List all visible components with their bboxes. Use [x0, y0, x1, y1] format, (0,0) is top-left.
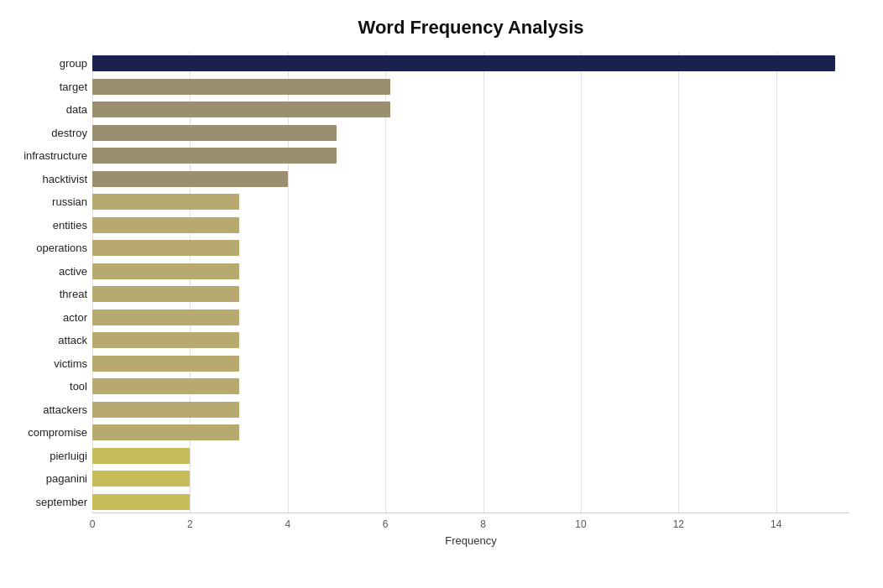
bar-fill	[92, 310, 239, 325]
bar-fill	[92, 448, 190, 464]
bar-label: infrastructure	[3, 149, 87, 162]
bar-track	[92, 263, 849, 279]
bar-label: threat	[3, 288, 87, 300]
bar-row: destroy	[92, 122, 849, 145]
bar-fill	[92, 378, 239, 394]
bar-row: paganini	[92, 467, 849, 491]
bar-row: attackers	[92, 398, 849, 422]
bar-track	[92, 310, 849, 325]
bar-label: russian	[3, 195, 87, 208]
bar-track	[92, 55, 849, 71]
bar-label: operations	[3, 242, 87, 254]
x-tick-label: 0	[90, 518, 96, 530]
bar-fill	[92, 240, 239, 256]
x-tick-label: 14	[771, 518, 781, 530]
bar-fill	[92, 125, 337, 141]
bar-track	[92, 171, 849, 187]
bar-track	[92, 101, 849, 117]
bar-row: actor	[92, 306, 849, 330]
bar-label: compromise	[3, 426, 87, 439]
bar-track	[92, 194, 849, 210]
bar-fill	[92, 356, 239, 372]
bar-fill	[92, 263, 239, 279]
bar-label: hacktivist	[3, 173, 87, 185]
bar-row: tool	[92, 375, 849, 398]
bar-track	[92, 494, 849, 510]
bar-row: infrastructure	[92, 144, 849, 168]
bar-row: compromise	[92, 421, 849, 445]
x-tick-label: 4	[285, 518, 290, 530]
bar-track	[92, 79, 849, 95]
chart-title: Word Frequency Analysis	[92, 17, 849, 39]
bar-row: russian	[92, 190, 849, 214]
bar-label: target	[3, 81, 87, 93]
bar-label: attackers	[3, 403, 87, 416]
x-tick-label: 8	[480, 518, 486, 530]
bar-track	[92, 240, 849, 256]
bar-track	[92, 125, 849, 141]
bar-row: target	[92, 75, 849, 99]
x-ticks: 02468101214Frequency	[92, 513, 849, 547]
bar-row: victims	[92, 352, 849, 376]
bar-fill	[92, 101, 390, 117]
bars-region: grouptargetdatadestroyinfrastructurehack…	[92, 52, 849, 513]
bar-track	[92, 402, 849, 418]
bar-track	[92, 448, 849, 464]
x-tick-label: 12	[673, 518, 684, 530]
bar-fill	[92, 217, 239, 233]
bar-label: attack	[3, 334, 87, 346]
bar-fill	[92, 424, 239, 440]
bar-row: data	[92, 98, 849, 122]
bar-label: september	[3, 496, 87, 508]
bar-track	[92, 424, 849, 440]
bar-fill	[92, 494, 190, 510]
x-tick-label: 2	[187, 518, 193, 530]
bar-label: active	[3, 265, 87, 278]
bar-label: data	[3, 103, 87, 116]
x-tick-label: 6	[383, 518, 389, 530]
bar-fill	[92, 79, 390, 95]
bar-row: group	[92, 52, 849, 75]
bar-fill	[92, 194, 239, 210]
x-axis-label: Frequency	[92, 534, 849, 547]
bar-track	[92, 471, 849, 487]
bar-label: pierluigi	[3, 450, 87, 462]
chart-area: grouptargetdatadestroyinfrastructurehack…	[92, 52, 849, 547]
bar-row: pierluigi	[92, 445, 849, 468]
bar-row: attack	[92, 329, 849, 352]
bar-fill	[92, 55, 835, 71]
bar-fill	[92, 332, 239, 348]
bar-row: operations	[92, 237, 849, 260]
x-tick-label: 10	[575, 518, 586, 530]
bar-track	[92, 148, 849, 164]
bar-track	[92, 378, 849, 394]
bar-label: entities	[3, 219, 87, 232]
bar-row: threat	[92, 283, 849, 306]
bar-fill	[92, 286, 239, 302]
bar-fill	[92, 148, 337, 164]
bar-label: tool	[3, 380, 87, 393]
chart-container: Word Frequency Analysis grouptargetdatad…	[0, 0, 883, 588]
bar-track	[92, 356, 849, 372]
bar-track	[92, 332, 849, 348]
bar-row: september	[92, 491, 849, 514]
bar-row: entities	[92, 214, 849, 237]
bar-label: actor	[3, 311, 87, 324]
bar-label: destroy	[3, 127, 87, 139]
bar-fill	[92, 471, 190, 487]
bar-track	[92, 286, 849, 302]
bar-label: paganini	[3, 472, 87, 485]
bar-fill	[92, 402, 239, 418]
bar-fill	[92, 171, 288, 187]
bar-label: victims	[3, 357, 87, 370]
bar-row: active	[92, 260, 849, 284]
bar-row: hacktivist	[92, 168, 849, 191]
bar-label: group	[3, 57, 87, 70]
bar-track	[92, 217, 849, 233]
